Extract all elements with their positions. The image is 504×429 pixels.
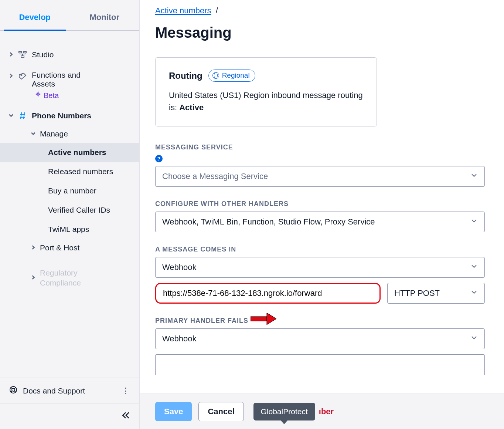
svg-rect-1	[24, 51, 26, 53]
chevron-down-icon	[31, 131, 35, 137]
svg-rect-0	[19, 51, 21, 53]
webhook-url-field[interactable]	[163, 288, 373, 298]
select-http-method[interactable]: HTTP POST	[387, 283, 485, 304]
tag-icon	[18, 71, 27, 81]
sidebar-item-label: Released numbers	[48, 167, 113, 176]
sidebar-item-released-numbers[interactable]: Released numbers	[0, 162, 139, 181]
sidebar-item-twiml-apps[interactable]: TwiML apps	[0, 220, 139, 239]
select-handlers[interactable]: Webhook, TwiML Bin, Function, Studio Flo…	[155, 212, 485, 232]
sidebar-item-label: Buy a number	[48, 186, 96, 195]
globe-icon	[212, 72, 219, 79]
select-value: Webhook	[162, 263, 197, 272]
chevron-right-icon	[31, 274, 35, 281]
sidebar-item-label: Manage	[40, 129, 68, 138]
footer-bar: Save Cancel GlobalProtect ıber	[140, 393, 504, 429]
chevron-right-icon	[9, 51, 13, 58]
sidebar-item-label: Port & Host	[40, 243, 79, 252]
docs-label: Docs and Support	[23, 386, 85, 395]
select-primary-fails[interactable]: Webhook	[155, 328, 485, 349]
breadcrumb-separator: /	[216, 6, 218, 15]
sparkle-icon	[35, 91, 41, 100]
flow-icon	[18, 50, 27, 60]
sidebar-item-label: Phone Numbers	[32, 111, 91, 120]
sidebar-item-label: TwiML apps	[48, 225, 89, 234]
sidebar-nav: Studio Functions and Assets Beta	[0, 31, 139, 378]
sidebar-item-manage[interactable]: Manage	[0, 125, 139, 143]
sidebar-item-phone-numbers[interactable]: Phone Numbers	[0, 107, 139, 125]
chevron-down-icon	[470, 217, 478, 227]
primary-fails-url-field[interactable]	[162, 360, 478, 370]
sidebar-item-label: Regulatory Compliance	[40, 268, 99, 288]
routing-card: Routing Regional United States (US1) Reg…	[155, 57, 377, 126]
input-primary-fails-url[interactable]	[155, 354, 485, 375]
beta-badge: Beta	[35, 91, 139, 100]
breadcrumb: Active numbers /	[155, 6, 504, 16]
sidebar-item-regulatory[interactable]: Regulatory Compliance	[0, 263, 139, 293]
lifebuoy-icon	[9, 385, 18, 396]
collapse-icon	[121, 411, 130, 422]
sidebar-item-functions[interactable]: Functions and Assets	[0, 64, 139, 93]
regional-label: Regional	[222, 71, 250, 80]
input-webhook-url[interactable]	[155, 283, 381, 304]
tab-develop[interactable]: Develop	[0, 7, 70, 30]
more-icon[interactable]: ⋮	[122, 386, 130, 396]
label-primary-fails: PRIMARY HANDLER FAILS	[155, 317, 504, 325]
save-button[interactable]: Save	[155, 402, 192, 421]
sidebar-tabs: Develop Monitor	[0, 0, 139, 31]
sidebar-item-port-host[interactable]: Port & Host	[0, 239, 139, 257]
hash-icon	[18, 111, 27, 121]
beta-label: Beta	[44, 91, 59, 100]
help-icon[interactable]: ?	[155, 155, 163, 162]
sidebar-item-label: Active numbers	[48, 148, 106, 157]
routing-title: Routing	[169, 71, 202, 81]
chevron-down-icon	[9, 112, 13, 119]
select-value: Webhook, TwiML Bin, Function, Studio Flo…	[162, 217, 375, 227]
routing-status: Active	[179, 103, 204, 112]
select-message-type[interactable]: Webhook	[155, 257, 485, 278]
chevron-right-icon	[9, 73, 13, 80]
select-value: Webhook	[162, 334, 197, 344]
sidebar-item-studio[interactable]: Studio	[0, 45, 139, 64]
collapse-sidebar[interactable]	[0, 403, 139, 429]
chevron-down-icon	[470, 288, 478, 298]
label-configure-handlers: CONFIGURE WITH OTHER HANDLERS	[155, 200, 504, 208]
tooltip: GlobalProtect	[253, 403, 315, 420]
regional-pill[interactable]: Regional	[208, 70, 255, 82]
select-value: Choose a Messaging Service	[162, 172, 268, 181]
cancel-button[interactable]: Cancel	[198, 402, 244, 421]
label-messaging-service: MESSAGING SERVICE	[155, 143, 504, 151]
breadcrumb-active-numbers[interactable]: Active numbers	[155, 6, 211, 15]
manage-children: Active numbers Released numbers Buy a nu…	[0, 143, 139, 239]
select-value: HTTP POST	[394, 288, 440, 298]
sidebar-item-active-numbers[interactable]: Active numbers	[0, 143, 139, 162]
select-messaging-service[interactable]: Choose a Messaging Service	[155, 166, 485, 187]
chevron-down-icon	[470, 263, 478, 272]
trailing-text: ıber	[319, 407, 334, 416]
svg-point-5	[12, 388, 15, 391]
routing-text: United States (US1) Region inbound messa…	[169, 89, 363, 114]
chevron-right-icon	[31, 244, 35, 251]
sidebar-item-buy-number[interactable]: Buy a number	[0, 181, 139, 200]
tab-monitor[interactable]: Monitor	[70, 7, 140, 30]
docs-support-row[interactable]: Docs and Support ⋮	[0, 378, 139, 403]
sidebar-item-label: Functions and Assets	[32, 71, 98, 88]
label-message-comes-in: A MESSAGE COMES IN	[155, 246, 504, 253]
sidebar-item-label: Studio	[32, 50, 54, 59]
sidebar-item-label: Verified Caller IDs	[48, 206, 110, 214]
page-title: Messaging	[155, 24, 504, 41]
sidebar-item-verified-caller-ids[interactable]: Verified Caller IDs	[0, 200, 139, 220]
svg-rect-2	[21, 56, 24, 57]
sidebar: Develop Monitor Studio Functions and Ass…	[0, 0, 140, 429]
main-panel: Active numbers / Messaging Routing Regio…	[140, 0, 504, 429]
tooltip-text: GlobalProtect	[253, 403, 315, 420]
chevron-down-icon	[470, 334, 478, 344]
svg-point-3	[21, 75, 22, 76]
chevron-down-icon	[470, 172, 478, 181]
